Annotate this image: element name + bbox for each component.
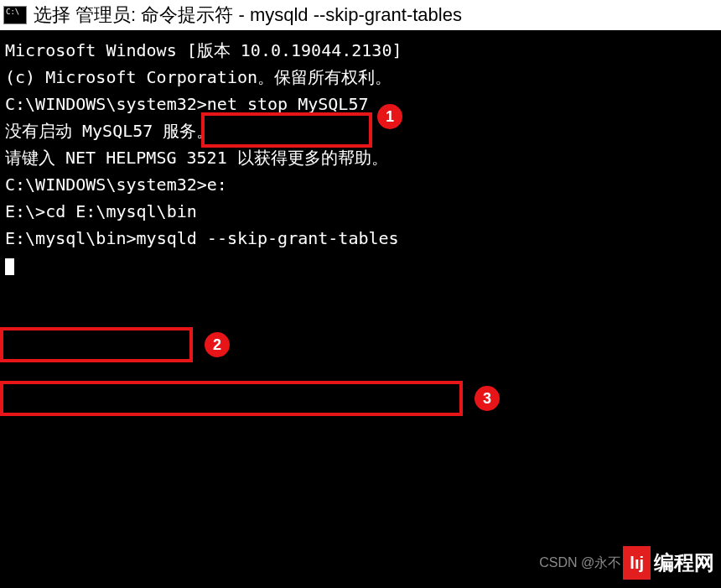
output-line: (c) Microsoft Corporation。保留所有权利。 xyxy=(5,64,716,91)
cmd-icon xyxy=(3,6,27,24)
cursor-line xyxy=(5,252,716,278)
command: net stop MySQL57 xyxy=(207,94,369,114)
cursor-icon xyxy=(5,258,14,275)
prompt: C:\WINDOWS\system32> xyxy=(5,94,207,114)
output-line: 没有启动 MySQL57 服务。 xyxy=(5,117,716,144)
window-title: 选择 管理员: 命令提示符 - mysqld --skip-grant-tabl… xyxy=(34,3,462,28)
watermark-logo-icon: lıj xyxy=(623,546,651,580)
watermark-prefix: CSDN @永不 xyxy=(539,552,621,574)
annotation-badge-3: 3 xyxy=(475,386,500,411)
command: cd E:\mysql\bin xyxy=(45,201,197,221)
prompt-line: C:\WINDOWS\system32>e: xyxy=(5,171,716,198)
prompt-line: C:\WINDOWS\system32>net stop MySQL57 xyxy=(5,91,716,117)
prompt-line: E:\mysql\bin>mysqld --skip-grant-tables xyxy=(5,225,716,252)
annotation-badge-1: 1 xyxy=(377,104,402,129)
command: mysqld --skip-grant-tables xyxy=(137,228,399,248)
watermark-brand: 编程网 xyxy=(654,547,714,579)
annotation-box-3 xyxy=(0,381,463,416)
prompt: E:\mysql\bin> xyxy=(5,228,137,248)
output-line: Microsoft Windows [版本 10.0.19044.2130] xyxy=(5,37,716,64)
terminal-area[interactable]: Microsoft Windows [版本 10.0.19044.2130] (… xyxy=(0,30,721,588)
annotation-box-2 xyxy=(0,327,193,362)
prompt-line: E:\>cd E:\mysql\bin xyxy=(5,198,716,225)
watermark: CSDN @永不 lıj 编程网 xyxy=(539,546,714,580)
annotation-badge-2: 2 xyxy=(205,332,230,357)
output-line: 请键入 NET HELPMSG 3521 以获得更多的帮助。 xyxy=(5,144,716,171)
title-bar[interactable]: 选择 管理员: 命令提示符 - mysqld --skip-grant-tabl… xyxy=(0,0,721,30)
prompt: E:\> xyxy=(5,201,45,221)
